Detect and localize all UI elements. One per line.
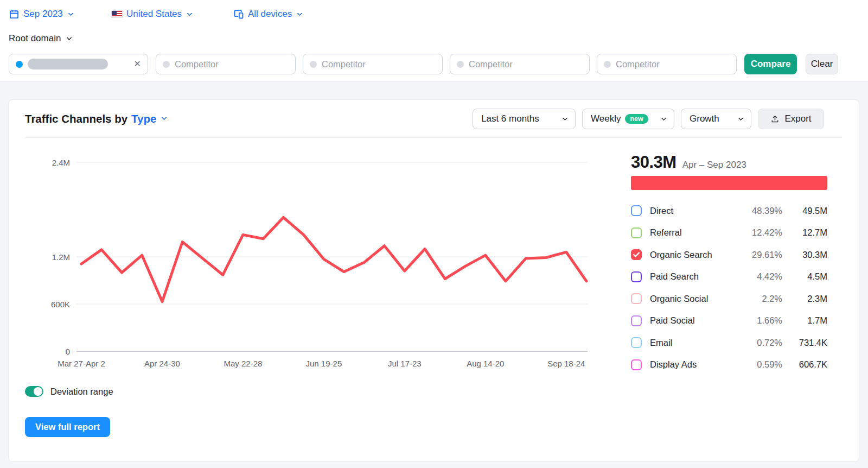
legend-value: 606.7K: [782, 359, 827, 370]
legend-percent: 2.2%: [733, 294, 782, 304]
legend-label: Email: [650, 338, 733, 348]
page: Sep 2023 United States All devices Root …: [0, 0, 868, 468]
period-label: Last 6 months: [481, 113, 539, 124]
chevron-down-icon: [67, 35, 72, 40]
devices-icon: [233, 9, 244, 20]
deviation-row: Deviation range: [25, 386, 113, 397]
legend-row-email[interactable]: Email0.72%731.4K: [631, 332, 827, 354]
calendar-icon: [9, 9, 20, 20]
channel-legend: Direct48.39%49.5MReferral12.42%12.7MOrga…: [631, 200, 827, 376]
checkbox-unchecked[interactable]: [631, 337, 642, 348]
chevron-down-icon: [738, 115, 744, 121]
granularity-dropdown[interactable]: Weekly new: [582, 109, 674, 129]
device-filter-dropdown[interactable]: All devices: [233, 7, 302, 22]
export-button[interactable]: Export: [758, 109, 824, 129]
legend-value: 2.3M: [782, 294, 827, 304]
y-tick-label: 1.2M: [52, 252, 70, 262]
deviation-range-label: Deviation range: [50, 387, 113, 397]
chevron-down-icon: [563, 115, 568, 121]
checkbox-unchecked[interactable]: [631, 205, 642, 216]
legend-value: 731.4K: [782, 338, 827, 348]
legend-value: 1.7M: [782, 315, 827, 326]
x-tick-label: Jul 17-23: [388, 359, 422, 368]
traffic-chart: 0600K1.2M2.4MMar 27-Apr 2Apr 24-30May 22…: [22, 147, 630, 381]
legend-row-organic-social[interactable]: Organic Social2.2%2.3M: [631, 288, 827, 310]
y-tick-label: 0: [66, 347, 70, 356]
x-tick-label: Apr 24-30: [144, 359, 180, 368]
view-full-report-button[interactable]: View full report: [25, 417, 110, 437]
title-type-label: Type: [131, 112, 156, 125]
competitor-input-1[interactable]: [156, 54, 296, 74]
competitor-field[interactable]: [616, 59, 730, 69]
export-label: Export: [784, 113, 811, 124]
chevron-down-icon: [162, 115, 167, 121]
legend-row-display-ads[interactable]: Display Ads0.59%606.7K: [631, 354, 827, 376]
chevron-down-icon: [297, 10, 303, 16]
date-filter-dropdown[interactable]: Sep 2023: [9, 7, 73, 22]
check-icon: [633, 252, 640, 257]
checkbox-unchecked[interactable]: [631, 271, 642, 282]
title-prefix: Traffic Channels by: [25, 112, 127, 125]
legend-value: 12.7M: [782, 227, 827, 238]
clear-button[interactable]: Clear: [806, 54, 838, 74]
legend-row-paid-social[interactable]: Paid Social1.66%1.7M: [631, 310, 827, 332]
compare-button[interactable]: Compare: [744, 54, 797, 74]
chevron-down-icon: [187, 10, 193, 16]
competitor-input-2[interactable]: [303, 54, 443, 74]
competitor-color-dot-icon: [457, 61, 464, 68]
checkbox-unchecked[interactable]: [631, 359, 642, 370]
close-icon[interactable]: ✕: [134, 60, 141, 68]
scope-selector-dropdown[interactable]: Root domain: [9, 31, 71, 46]
competitor-color-dot-icon: [163, 61, 170, 68]
domain-color-dot-icon: [16, 61, 23, 68]
legend-label: Organic Search: [650, 250, 733, 260]
metric-label: Growth: [690, 113, 719, 124]
x-tick-label: Sep 18-24: [547, 359, 585, 368]
export-icon: [770, 115, 780, 124]
legend-percent: 0.59%: [733, 359, 782, 370]
legend-row-organic-search[interactable]: Organic Search29.61%30.3M: [631, 244, 827, 266]
y-tick-label: 2.4M: [52, 158, 70, 167]
legend-row-referral[interactable]: Referral12.42%12.7M: [631, 222, 827, 244]
traffic-line-series: [81, 218, 586, 302]
metric-dropdown[interactable]: Growth: [681, 109, 751, 129]
competitor-input-3[interactable]: [450, 54, 590, 74]
legend-label: Direct: [650, 206, 733, 216]
competitor-input-4[interactable]: [597, 54, 737, 74]
chart-controls: Last 6 months Weekly new Growth: [473, 109, 824, 129]
summary: 30.3M Apr – Sep 2023: [631, 153, 827, 172]
legend-percent: 12.42%: [733, 227, 782, 238]
scope-selector-label: Root domain: [9, 33, 61, 44]
checkbox-checked[interactable]: [631, 249, 642, 260]
date-filter-label: Sep 2023: [23, 9, 63, 20]
new-badge: new: [625, 114, 648, 124]
competitor-field[interactable]: [469, 59, 583, 69]
competitor-field[interactable]: [175, 59, 289, 69]
legend-row-direct[interactable]: Direct48.39%49.5M: [631, 200, 827, 222]
location-filter-dropdown[interactable]: United States: [111, 7, 192, 22]
granularity-label: Weekly: [591, 113, 621, 124]
legend-value: 49.5M: [782, 206, 827, 216]
legend-percent: 48.39%: [733, 206, 782, 216]
period-dropdown[interactable]: Last 6 months: [473, 109, 576, 129]
legend-value: 4.5M: [782, 271, 827, 282]
summary-total: 30.3M: [631, 153, 676, 172]
title-type-dropdown[interactable]: Type: [131, 112, 166, 125]
checkbox-unchecked[interactable]: [631, 315, 642, 326]
traffic-channels-card: Traffic Channels by Type Last 6 months W…: [8, 99, 859, 462]
deviation-range-toggle[interactable]: [25, 386, 43, 397]
checkbox-unchecked[interactable]: [631, 227, 642, 238]
device-filter-label: All devices: [248, 9, 292, 20]
main-domain-input[interactable]: ✕: [9, 54, 148, 74]
legend-percent: 29.61%: [733, 250, 782, 260]
x-tick-label: Jun 19-25: [306, 359, 342, 368]
chevron-down-icon: [661, 115, 667, 121]
us-flag-icon: [111, 10, 123, 18]
x-tick-label: Aug 14-20: [467, 359, 504, 368]
competitor-field[interactable]: [322, 59, 436, 69]
summary-range: Apr – Sep 2023: [682, 160, 746, 170]
legend-value: 30.3M: [782, 250, 827, 260]
legend-row-paid-search[interactable]: Paid Search4.42%4.5M: [631, 266, 827, 288]
checkbox-unchecked[interactable]: [631, 293, 642, 304]
page-title: Traffic Channels by Type: [25, 112, 166, 125]
